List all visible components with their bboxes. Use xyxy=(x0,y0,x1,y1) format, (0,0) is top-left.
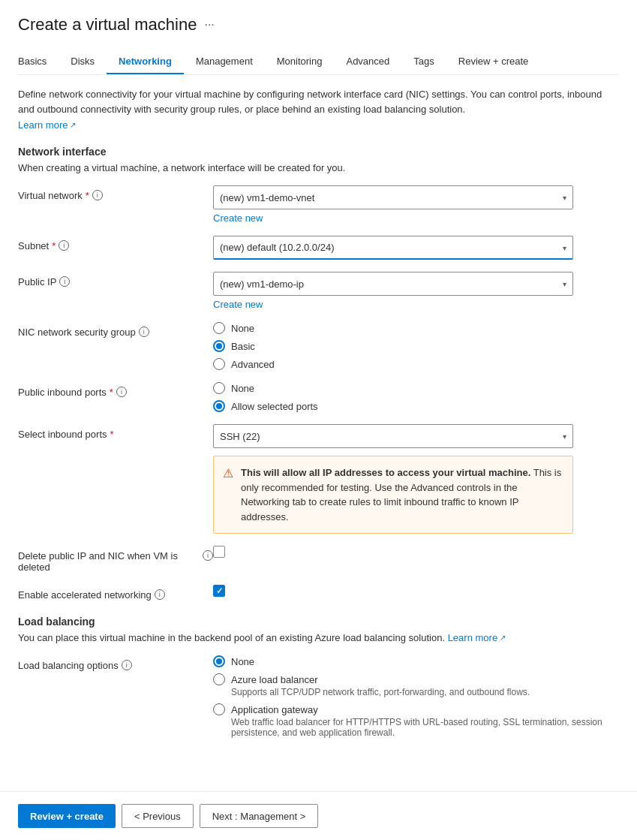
select-inbound-ports-dropdown[interactable]: SSH (22) ▾ xyxy=(213,424,573,448)
network-interface-desc: When creating a virtual machine, a netwo… xyxy=(18,162,619,173)
review-create-button[interactable]: Review + create xyxy=(18,804,116,828)
public-inbound-ports-row: Public inbound ports * i None Allow sele… xyxy=(18,382,619,412)
public-ip-row: Public IP i (new) vm1-demo-ip ▾ Create n… xyxy=(18,272,619,310)
page-title: Create a virtual machine ··· xyxy=(18,15,619,35)
load-balancing-options-control: None Azure load balancer Supports all TC… xyxy=(213,655,619,738)
public-ip-info-icon[interactable]: i xyxy=(59,276,70,287)
virtual-network-info-icon[interactable]: i xyxy=(92,190,103,200)
chevron-down-icon: ▾ xyxy=(563,280,566,288)
inbound-none-radio[interactable] xyxy=(213,382,225,394)
virtual-network-row: Virtual network * i (new) vm1-demo-vnet … xyxy=(18,185,619,224)
title-text: Create a virtual machine xyxy=(18,15,197,35)
load-balancing-heading: Load balancing xyxy=(18,616,619,628)
public-ip-label: Public IP i xyxy=(18,272,213,288)
tab-networking[interactable]: Networking xyxy=(107,50,184,74)
select-inbound-ports-label: Select inbound ports * xyxy=(18,424,213,440)
nic-nsg-radio-group: None Basic Advanced xyxy=(213,322,619,370)
inbound-allow-option[interactable]: Allow selected ports xyxy=(213,400,619,412)
enable-accelerated-checkbox[interactable] xyxy=(213,585,225,597)
chevron-down-icon: ▾ xyxy=(563,432,566,441)
description-learn-more[interactable]: Learn more ↗ xyxy=(18,119,76,131)
network-interface-heading: Network interface xyxy=(18,146,619,158)
chevron-down-icon: ▾ xyxy=(563,243,566,251)
tab-management[interactable]: Management xyxy=(184,50,265,74)
select-inbound-ports-row: Select inbound ports * SSH (22) ▾ ⚠ This… xyxy=(18,424,619,534)
required-marker: * xyxy=(110,387,113,398)
required-marker: * xyxy=(52,240,56,251)
previous-button[interactable]: < Previous xyxy=(122,804,194,828)
tab-tags[interactable]: Tags xyxy=(401,50,446,74)
public-ip-control: (new) vm1-demo-ip ▾ Create new xyxy=(213,272,619,310)
tab-review-create[interactable]: Review + create xyxy=(446,50,541,74)
nic-nsg-info-icon[interactable]: i xyxy=(139,327,149,337)
enable-accelerated-label: Enable accelerated networking i xyxy=(18,585,213,601)
warning-triangle-icon: ⚠ xyxy=(223,466,233,524)
tab-advanced[interactable]: Advanced xyxy=(334,50,401,74)
load-balancing-options-label: Load balancing options i xyxy=(18,655,213,671)
lb-none-radio[interactable] xyxy=(213,655,225,667)
load-balancing-info-icon[interactable]: i xyxy=(122,660,132,670)
select-inbound-ports-control: SSH (22) ▾ ⚠ This will allow all IP addr… xyxy=(213,424,619,534)
tab-basics[interactable]: Basics xyxy=(18,50,59,74)
nic-nsg-basic-radio[interactable] xyxy=(213,340,225,352)
delete-public-ip-checkbox-item[interactable] xyxy=(213,546,619,558)
delete-public-ip-label: Delete public IP and NIC when VM is dele… xyxy=(18,546,213,573)
virtual-network-dropdown[interactable]: (new) vm1-demo-vnet ▾ xyxy=(213,185,573,209)
public-inbound-ports-radio-group: None Allow selected ports xyxy=(213,382,619,412)
nic-nsg-control: None Basic Advanced xyxy=(213,322,619,370)
title-dots: ··· xyxy=(204,18,214,32)
virtual-network-label: Virtual network * i xyxy=(18,185,213,201)
subnet-label: Subnet * i xyxy=(18,236,213,251)
public-ip-create-new[interactable]: Create new xyxy=(213,299,619,310)
enable-accelerated-checkbox-item[interactable] xyxy=(213,585,619,597)
nic-nsg-row: NIC network security group i None Basic xyxy=(18,322,619,370)
delete-public-ip-checkbox[interactable] xyxy=(213,546,225,558)
required-marker: * xyxy=(86,190,89,201)
public-ip-dropdown[interactable]: (new) vm1-demo-ip ▾ xyxy=(213,272,573,296)
inbound-none-option[interactable]: None xyxy=(213,382,619,394)
subnet-control: (new) default (10.2.0.0/24) ▾ xyxy=(213,236,619,260)
lb-none-option[interactable]: None xyxy=(213,655,619,667)
lb-azure-option[interactable]: Azure load balancer Supports all TCP/UDP… xyxy=(213,673,619,697)
enable-accelerated-row: Enable accelerated networking i xyxy=(18,585,619,601)
tab-bar: Basics Disks Networking Management Monit… xyxy=(18,50,619,75)
enable-accelerated-info-icon[interactable]: i xyxy=(155,589,165,600)
lb-azure-radio[interactable] xyxy=(213,673,225,685)
footer: Review + create < Previous Next : Manage… xyxy=(0,791,637,840)
external-link-icon: ↗ xyxy=(70,121,76,129)
chevron-down-icon: ▾ xyxy=(563,194,566,202)
nic-nsg-advanced-option[interactable]: Advanced xyxy=(213,358,619,370)
virtual-network-create-new[interactable]: Create new xyxy=(213,212,619,224)
public-inbound-ports-info-icon[interactable]: i xyxy=(116,387,127,397)
required-marker: * xyxy=(110,429,114,440)
nic-nsg-none-option[interactable]: None xyxy=(213,322,619,334)
delete-public-ip-control xyxy=(213,546,619,558)
public-inbound-ports-label: Public inbound ports * i xyxy=(18,382,213,398)
nic-nsg-basic-option[interactable]: Basic xyxy=(213,340,619,352)
lb-appgw-option[interactable]: Application gateway Web traffic load bal… xyxy=(213,703,619,738)
load-balancing-radio-group: None Azure load balancer Supports all TC… xyxy=(213,655,619,738)
nic-nsg-advanced-radio[interactable] xyxy=(213,358,225,370)
warning-text-content: This will allow all IP addresses to acce… xyxy=(241,465,563,524)
subnet-info-icon[interactable]: i xyxy=(59,240,69,251)
virtual-network-control: (new) vm1-demo-vnet ▾ Create new xyxy=(213,185,619,224)
inbound-ports-warning: ⚠ This will allow all IP addresses to ac… xyxy=(213,456,573,534)
subnet-row: Subnet * i (new) default (10.2.0.0/24) ▾ xyxy=(18,236,619,260)
next-button[interactable]: Next : Management > xyxy=(200,804,319,828)
load-balancing-options-row: Load balancing options i None Azure load… xyxy=(18,655,619,738)
public-inbound-ports-control: None Allow selected ports xyxy=(213,382,619,412)
load-balancing-learn-more[interactable]: Learn more ↗ xyxy=(448,632,506,643)
subnet-dropdown[interactable]: (new) default (10.2.0.0/24) ▾ xyxy=(213,236,573,260)
delete-public-ip-info-icon[interactable]: i xyxy=(203,550,213,561)
lb-appgw-radio[interactable] xyxy=(213,703,225,715)
delete-public-ip-row: Delete public IP and NIC when VM is dele… xyxy=(18,546,619,573)
page-description: Define network connectivity for your vir… xyxy=(18,87,619,116)
lb-appgw-desc: Web traffic load balancer for HTTP/HTTPS… xyxy=(231,717,619,738)
tab-monitoring[interactable]: Monitoring xyxy=(265,50,335,74)
inbound-allow-radio[interactable] xyxy=(213,400,225,412)
tab-disks[interactable]: Disks xyxy=(59,50,107,74)
external-link-icon: ↗ xyxy=(500,634,506,642)
load-balancing-desc: You can place this virtual machine in th… xyxy=(18,632,619,643)
nic-nsg-none-radio[interactable] xyxy=(213,322,225,334)
enable-accelerated-control xyxy=(213,585,619,597)
